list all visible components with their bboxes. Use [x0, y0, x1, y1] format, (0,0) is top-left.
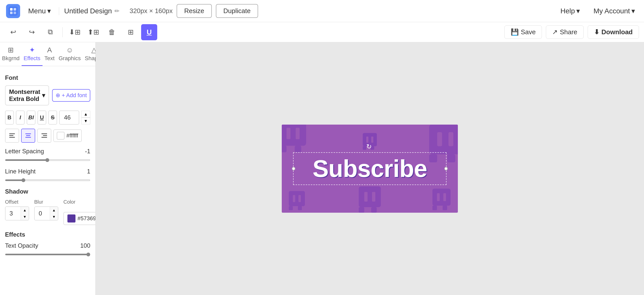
- svg-rect-28: [371, 137, 373, 143]
- help-button[interactable]: Help ▾: [557, 5, 583, 17]
- svg-rect-5: [9, 133, 15, 134]
- tab-bkgrnd[interactable]: ⊞ Bkgrnd: [0, 42, 22, 66]
- twitch-icon-bl: [287, 190, 307, 210]
- underline-button[interactable]: U: [37, 110, 46, 125]
- font-size-up[interactable]: ▲: [81, 111, 90, 118]
- duplicate-button[interactable]: Duplicate: [216, 4, 258, 18]
- shadow-blur-input: ▲ ▼: [34, 206, 58, 220]
- bold-button[interactable]: B: [5, 110, 14, 125]
- redo-button[interactable]: ↪: [24, 24, 40, 40]
- text-opacity-slider[interactable]: [5, 254, 90, 255]
- svg-rect-20: [429, 154, 437, 162]
- subscribe-text[interactable]: Subscribe: [312, 155, 427, 182]
- toolbar: ↩ ↪ ⧉ ⬇⊞ ⬆⊞ 🗑 ⊞ U 💾 Save ↗ Share ⬇ Downl…: [0, 22, 644, 42]
- font-size-spinner: ▲ ▼: [81, 111, 90, 124]
- effects-label: Effects: [5, 231, 90, 238]
- menu-button[interactable]: Menu ▾: [25, 5, 54, 17]
- svg-rect-22: [437, 132, 442, 146]
- edit-icon[interactable]: ✏: [114, 8, 119, 15]
- shadow-offset-down[interactable]: ▼: [21, 213, 29, 220]
- svg-rect-4: [14, 12, 16, 14]
- layer-down-button[interactable]: ⬇⊞: [67, 24, 83, 40]
- strikethrough-button[interactable]: S: [48, 110, 57, 125]
- shadow-fields: Offset ▲ ▼ Blur: [5, 199, 90, 225]
- line-height-value: 1: [87, 168, 90, 175]
- svg-rect-40: [432, 206, 437, 210]
- font-size-down[interactable]: ▼: [81, 118, 90, 124]
- design-title: Untitled Design: [64, 7, 112, 15]
- underline-button[interactable]: U: [141, 24, 157, 40]
- svg-rect-13: [42, 137, 47, 138]
- line-height-slider[interactable]: [5, 179, 90, 181]
- selection-handle-right[interactable]: [444, 167, 448, 170]
- undo-button[interactable]: ↩: [5, 24, 21, 40]
- letter-spacing-label: Letter Spacing: [5, 148, 44, 155]
- svg-rect-33: [298, 195, 301, 202]
- twitch-icon-top: [361, 132, 379, 150]
- grid-button[interactable]: ⊞: [123, 24, 139, 40]
- svg-rect-38: [372, 192, 375, 202]
- shadow-color-swatch: [67, 214, 75, 223]
- layer-up-button[interactable]: ⬆⊞: [85, 24, 101, 40]
- dimensions-area: 320px × 160px Resize Duplicate: [130, 4, 258, 18]
- bold-italic-button[interactable]: BI: [27, 110, 35, 125]
- shadow-color-field: Color #57369e: [63, 199, 95, 225]
- align-center-button[interactable]: [21, 129, 35, 143]
- line-height-row: Line Height 1: [5, 168, 90, 182]
- app-logo[interactable]: [6, 4, 20, 18]
- canvas-area[interactable]: Subscribe ↻: [96, 42, 644, 295]
- shadow-offset-up[interactable]: ▲: [21, 207, 29, 213]
- delete-button[interactable]: 🗑: [104, 24, 120, 40]
- share-button[interactable]: ↗ Share: [546, 25, 583, 39]
- letter-spacing-slider[interactable]: [5, 159, 90, 161]
- align-color-row: #ffffff: [5, 129, 90, 143]
- svg-rect-6: [9, 135, 13, 136]
- selection-handle-left[interactable]: [292, 167, 295, 170]
- svg-rect-3: [10, 12, 13, 14]
- align-left-button[interactable]: [5, 129, 19, 143]
- svg-rect-16: [295, 146, 301, 152]
- svg-rect-7: [9, 137, 15, 138]
- shadow-offset-field: Offset ▲ ▼: [5, 199, 29, 225]
- svg-rect-27: [366, 137, 368, 143]
- svg-rect-14: [282, 125, 306, 146]
- line-height-label: Line Height: [5, 168, 35, 175]
- shadow-section: Shadow Offset ▲ ▼ Blur: [5, 188, 90, 225]
- add-font-button[interactable]: ⊕ + Add font: [52, 89, 90, 102]
- download-button[interactable]: ⬇ Download: [588, 25, 639, 39]
- text-opacity-value: 100: [80, 242, 90, 249]
- font-size-input[interactable]: [59, 110, 79, 125]
- nav-right: Help ▾ My Account ▾: [557, 5, 638, 17]
- text-color-button[interactable]: #ffffff: [53, 129, 82, 142]
- resize-button[interactable]: Resize: [177, 4, 212, 18]
- shadow-color-button[interactable]: #57369e: [63, 212, 95, 225]
- twitch-icon-tl: [282, 125, 309, 152]
- tab-graphics[interactable]: ☺ Graphics: [57, 42, 83, 66]
- svg-rect-34: [359, 187, 381, 207]
- shadow-offset-value[interactable]: [6, 207, 21, 220]
- format-row: B I BI U S ▲ ▼: [5, 110, 90, 125]
- tab-text[interactable]: A Text: [43, 42, 57, 66]
- twitch-icon-br: [430, 188, 453, 210]
- svg-rect-2: [14, 8, 16, 11]
- shadow-blur-down[interactable]: ▼: [50, 213, 58, 220]
- my-account-button[interactable]: My Account ▾: [590, 5, 638, 17]
- top-nav: Menu ▾ Untitled Design ✏ 320px × 160px R…: [0, 0, 644, 22]
- title-area: Untitled Design ✏: [59, 7, 119, 15]
- svg-rect-37: [364, 192, 368, 202]
- align-right-button[interactable]: [37, 129, 51, 143]
- italic-button[interactable]: I: [16, 110, 25, 125]
- font-section-label: Font: [5, 74, 90, 81]
- shadow-blur-up[interactable]: ▲: [50, 207, 58, 213]
- tab-effects[interactable]: ✦ Effects: [22, 42, 43, 66]
- save-button[interactable]: 💾 Save: [504, 25, 542, 39]
- toolbar-right: 💾 Save ↗ Share ⬇ Download: [504, 25, 639, 39]
- svg-rect-25: [363, 146, 366, 150]
- font-selector[interactable]: Montserrat Extra Bold ▾: [5, 85, 49, 105]
- shadow-blur-field: Blur ▲ ▼: [34, 199, 58, 225]
- svg-rect-9: [26, 135, 30, 136]
- text-color-swatch: [57, 132, 64, 139]
- shadow-blur-value[interactable]: [35, 207, 50, 220]
- copy-button[interactable]: ⧉: [42, 24, 58, 40]
- letter-spacing-value: -1: [85, 148, 90, 155]
